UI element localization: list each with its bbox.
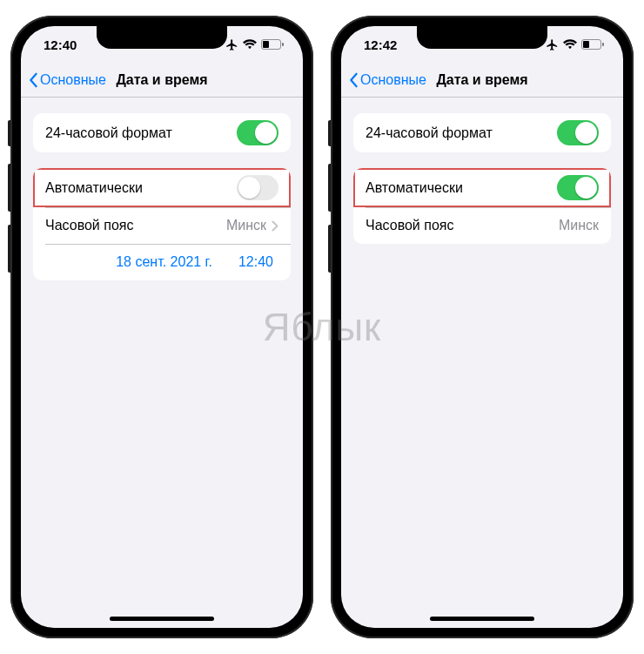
row-24h-format: 24-часовой формат bbox=[33, 113, 291, 152]
chevron-left-icon bbox=[348, 72, 359, 88]
row-auto: Автоматически bbox=[353, 168, 611, 207]
row-value: Минск bbox=[559, 218, 599, 233]
home-indicator[interactable] bbox=[110, 617, 214, 621]
back-label: Основные bbox=[40, 72, 106, 88]
timezone-value: Минск bbox=[559, 218, 599, 233]
time-button[interactable]: 12:40 bbox=[238, 254, 273, 270]
status-icons bbox=[546, 38, 604, 51]
toggle-auto[interactable] bbox=[557, 175, 599, 200]
row-timezone[interactable]: Часовой пояс Минск bbox=[33, 207, 291, 244]
svg-rect-5 bbox=[602, 43, 604, 46]
svg-rect-4 bbox=[583, 41, 589, 48]
status-time: 12:42 bbox=[364, 37, 397, 52]
settings-group-1: 24-часовой формат bbox=[353, 113, 611, 152]
back-button[interactable]: Основные bbox=[28, 72, 106, 88]
home-indicator[interactable] bbox=[430, 617, 534, 621]
settings-group-2: Автоматически Часовой пояс Минск bbox=[353, 168, 611, 244]
row-label: Автоматически bbox=[45, 180, 143, 196]
content: 24-часовой формат Автоматически Часовой … bbox=[21, 98, 303, 280]
back-label: Основные bbox=[360, 72, 426, 88]
battery-icon bbox=[261, 39, 284, 50]
date-button[interactable]: 18 сент. 2021 г. bbox=[116, 254, 212, 270]
settings-group-1: 24-часовой формат bbox=[33, 113, 291, 152]
chevron-right-icon bbox=[272, 220, 278, 232]
wifi-icon bbox=[243, 39, 257, 50]
airplane-icon bbox=[225, 38, 238, 51]
toggle-auto[interactable] bbox=[237, 175, 278, 200]
timezone-value: Минск bbox=[226, 218, 266, 233]
row-timezone: Часовой пояс Минск bbox=[353, 207, 611, 244]
row-label: 24-часовой формат bbox=[366, 125, 493, 141]
screen: 12:40 Основные Дата и время bbox=[21, 26, 303, 628]
row-value: Минск bbox=[226, 218, 278, 233]
row-auto: Автоматически bbox=[33, 168, 291, 207]
row-label: Автоматически bbox=[366, 180, 463, 196]
notch bbox=[417, 26, 547, 49]
notch bbox=[97, 26, 227, 49]
content: 24-часовой формат Автоматически Часовой … bbox=[341, 98, 623, 244]
status-time: 12:40 bbox=[44, 37, 77, 52]
toggle-24h[interactable] bbox=[557, 120, 599, 145]
nav-bar: Основные Дата и время bbox=[21, 63, 303, 98]
wifi-icon bbox=[563, 39, 577, 50]
chevron-left-icon bbox=[28, 72, 38, 88]
settings-group-2: Автоматически Часовой пояс Минск 18 сент… bbox=[33, 168, 291, 280]
svg-rect-1 bbox=[263, 41, 269, 48]
row-datetime: 18 сент. 2021 г. 12:40 bbox=[33, 244, 291, 280]
status-icons bbox=[225, 38, 284, 51]
row-label: Часовой пояс bbox=[45, 218, 133, 233]
battery-icon bbox=[581, 39, 604, 50]
airplane-icon bbox=[546, 38, 559, 51]
svg-rect-2 bbox=[282, 43, 284, 46]
nav-bar: Основные Дата и время bbox=[341, 63, 623, 98]
row-24h-format: 24-часовой формат bbox=[353, 113, 611, 152]
toggle-24h[interactable] bbox=[237, 120, 278, 145]
phone-frame-right: 12:42 Основные Дата и время bbox=[331, 16, 634, 638]
screen: 12:42 Основные Дата и время bbox=[341, 26, 623, 628]
back-button[interactable]: Основные bbox=[348, 72, 426, 88]
row-label: Часовой пояс bbox=[366, 218, 453, 233]
phone-frame-left: 12:40 Основные Дата и время bbox=[10, 16, 313, 638]
row-label: 24-часовой формат bbox=[45, 125, 172, 141]
